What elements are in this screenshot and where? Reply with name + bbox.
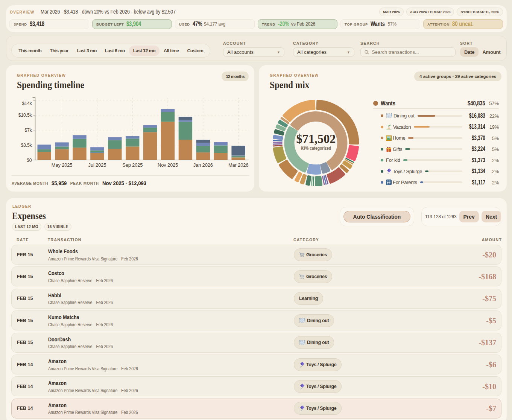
svg-text:May 2025: May 2025 (52, 162, 73, 168)
svg-text:Jan 2026: Jan 2026 (193, 162, 213, 168)
svg-text:$0: $0 (27, 158, 32, 163)
svg-text:Jul 2025: Jul 2025 (88, 162, 106, 168)
svg-text:$3.5k: $3.5k (21, 143, 32, 148)
svg-text:$7k: $7k (24, 128, 32, 133)
svg-text:Nov 2025: Nov 2025 (158, 162, 178, 168)
svg-text:Mar 2026: Mar 2026 (228, 162, 248, 168)
svg-text:$14k: $14k (22, 101, 32, 106)
svg-text:$10.5k: $10.5k (18, 113, 32, 118)
svg-text:Sep 2025: Sep 2025 (122, 162, 143, 168)
